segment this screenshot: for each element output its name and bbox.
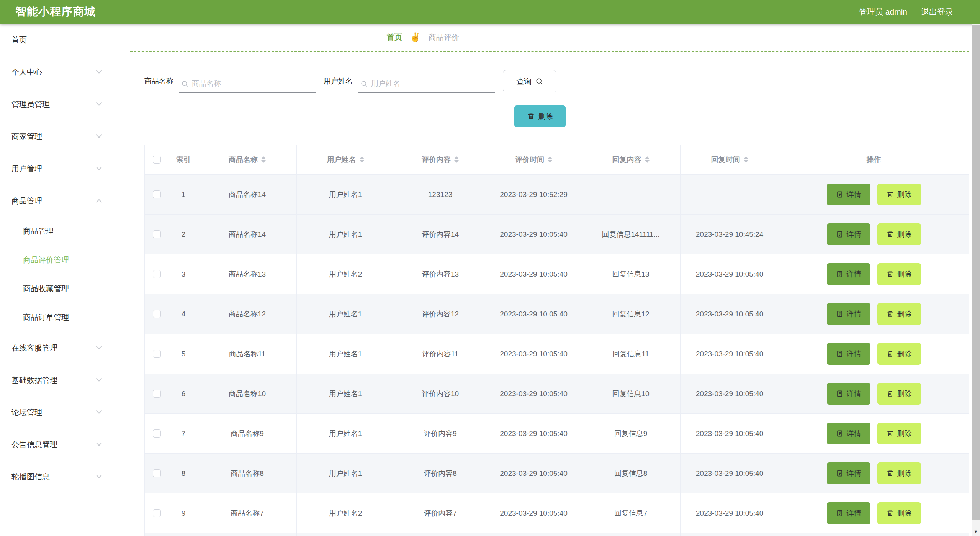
sort-icon[interactable]: [261, 156, 266, 163]
detail-button[interactable]: 详情: [827, 423, 870, 444]
sidebar-item[interactable]: 公告信息管理: [0, 428, 115, 461]
sort-icon[interactable]: [645, 156, 650, 163]
cell-user-name: 用户姓名1: [297, 294, 394, 334]
scrollbar-thumb[interactable]: [972, 25, 980, 520]
table-row: 3商品名称13用户姓名2评价内容132023-03-29 10:05:40回复信…: [144, 254, 969, 294]
query-button[interactable]: 查询: [503, 70, 556, 92]
cell-comment-time: 2023-03-29 10:05:40: [486, 414, 581, 453]
column-header[interactable]: 回复内容: [581, 145, 681, 174]
scrollbar-down-icon[interactable]: ▼: [972, 527, 980, 536]
row-delete-button[interactable]: 删除: [877, 223, 921, 245]
cell-reply: 回复信息9: [581, 414, 681, 453]
chevron-down-icon: [96, 164, 102, 170]
detail-button[interactable]: 详情: [827, 303, 870, 325]
cell-reply: 回复信息141111...: [581, 215, 681, 254]
cell-actions: 详情删除: [779, 374, 969, 413]
app-title: 智能小程序商城: [15, 4, 96, 20]
row-delete-button[interactable]: 删除: [877, 184, 921, 205]
row-checkbox[interactable]: [153, 469, 161, 477]
table-row: 6商品名称10用户姓名1评价内容102023-03-29 10:05:40回复信…: [144, 374, 969, 414]
chevron-down-icon: [96, 440, 102, 446]
cell-product-name: 商品名称9: [198, 414, 297, 453]
select-all-checkbox[interactable]: [153, 156, 161, 164]
search-icon: [181, 80, 188, 87]
column-header[interactable]: 商品名称: [198, 145, 297, 174]
cell-reply-time: 2023-03-29 10:05:40: [681, 254, 779, 294]
delete-button-label: 删除: [897, 469, 912, 479]
breadcrumb-home[interactable]: 首页: [387, 32, 402, 43]
sidebar-item[interactable]: 商家管理: [0, 120, 115, 152]
column-header[interactable]: 用户姓名: [297, 145, 394, 174]
detail-button[interactable]: 详情: [827, 184, 870, 205]
sort-desc-icon: [645, 160, 650, 163]
header-right: 管理员 admin 退出登录: [859, 7, 953, 17]
sidebar-item[interactable]: 基础数据管理: [0, 364, 115, 396]
document-icon: [836, 390, 843, 397]
sort-icon[interactable]: [360, 156, 364, 163]
cell-reply-time: 2023-03-29 10:45:24: [681, 215, 779, 254]
cell-comment-time: [486, 533, 581, 536]
sidebar-item-label: 管理员管理: [11, 99, 97, 110]
table-row: 4商品名称12用户姓名1评价内容122023-03-29 10:05:40回复信…: [144, 294, 969, 334]
sort-icon[interactable]: [454, 156, 459, 163]
detail-button[interactable]: 详情: [827, 383, 870, 405]
row-checkbox[interactable]: [153, 270, 161, 278]
sidebar-item[interactable]: 轮播图信息: [0, 461, 115, 493]
row-checkbox[interactable]: [153, 390, 161, 398]
sidebar-item[interactable]: 用户管理: [0, 152, 115, 185]
detail-button[interactable]: 详情: [827, 343, 870, 365]
logout-link[interactable]: 退出登录: [921, 7, 953, 17]
bulk-actions: 删除: [115, 105, 980, 127]
row-delete-button[interactable]: 删除: [877, 502, 921, 524]
column-header[interactable]: 评价时间: [486, 145, 581, 174]
row-delete-button[interactable]: 删除: [877, 383, 921, 405]
column-header[interactable]: 评价内容: [394, 145, 486, 174]
row-delete-button[interactable]: 删除: [877, 343, 921, 365]
sidebar-item[interactable]: 管理员管理: [0, 88, 115, 120]
column-header: 操作: [779, 145, 969, 174]
sidebar-subitem[interactable]: 商品评价管理: [0, 246, 115, 274]
cell-comment-time: 2023-03-29 10:05:40: [486, 454, 581, 493]
sidebar-item-label: 在线客服管理: [11, 343, 97, 353]
bulk-delete-button[interactable]: 删除: [514, 105, 566, 127]
row-checkbox[interactable]: [153, 310, 161, 318]
sort-icon[interactable]: [744, 156, 748, 163]
row-checkbox[interactable]: [153, 190, 161, 198]
row-delete-button[interactable]: 删除: [877, 303, 921, 325]
sidebar-item[interactable]: 个人中心: [0, 56, 115, 88]
column-header[interactable]: 回复时间: [681, 145, 779, 174]
sort-icon[interactable]: [548, 156, 552, 163]
row-delete-button[interactable]: 删除: [877, 423, 921, 444]
detail-button[interactable]: 详情: [827, 223, 870, 245]
sidebar-item[interactable]: 商品管理: [0, 185, 115, 217]
cell-reply: 回复信息13: [581, 254, 681, 294]
cell-reply-time: 2023-03-29 10:05:40: [681, 493, 779, 533]
sidebar-subitem[interactable]: 商品订单管理: [0, 303, 115, 332]
cell-product-name: 商品名称8: [198, 454, 297, 493]
row-checkbox-cell: [144, 215, 169, 254]
sidebar-subitem[interactable]: 商品收藏管理: [0, 274, 115, 303]
detail-button[interactable]: 详情: [827, 502, 870, 524]
sidebar-item[interactable]: 在线客服管理: [0, 332, 115, 364]
row-checkbox[interactable]: [153, 350, 161, 358]
row-delete-button[interactable]: 删除: [877, 462, 921, 484]
cell-comment: [394, 533, 486, 536]
trash-icon: [887, 430, 894, 437]
sidebar-item[interactable]: 论坛管理: [0, 396, 115, 428]
sort-desc-icon: [261, 160, 266, 163]
row-delete-button[interactable]: 删除: [877, 263, 921, 285]
cell-index: 3: [169, 254, 198, 294]
detail-button-label: 详情: [847, 469, 861, 479]
row-checkbox[interactable]: [153, 230, 161, 238]
row-checkbox[interactable]: [153, 429, 161, 438]
product-name-input[interactable]: [192, 79, 314, 88]
detail-button[interactable]: 详情: [827, 263, 870, 285]
cell-actions: 详情删除: [779, 294, 969, 334]
detail-button[interactable]: 详情: [827, 462, 870, 484]
detail-button-label: 详情: [847, 429, 861, 439]
sidebar-item[interactable]: 首页: [0, 24, 115, 56]
user-name-input[interactable]: [371, 79, 493, 88]
row-checkbox-cell: [144, 414, 169, 453]
row-checkbox[interactable]: [153, 509, 161, 517]
sidebar-subitem[interactable]: 商品管理: [0, 217, 115, 246]
